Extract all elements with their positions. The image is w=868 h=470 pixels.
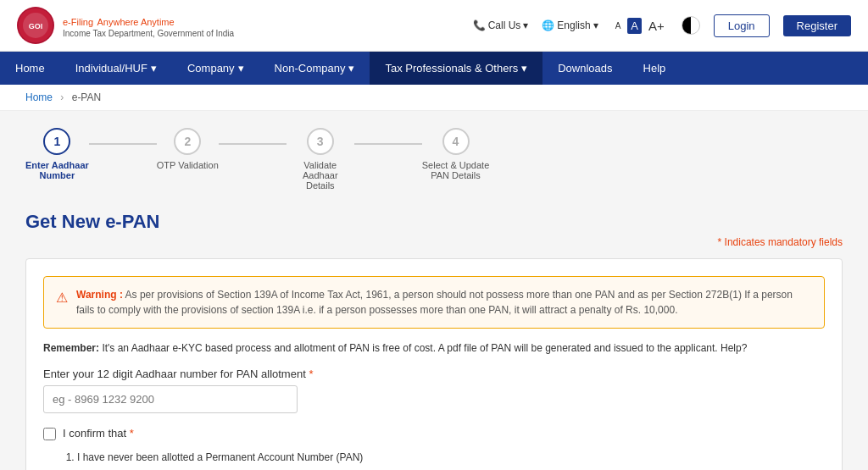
nav-help[interactable]: Help bbox=[628, 52, 682, 85]
step-3-circle: 3 bbox=[307, 128, 334, 155]
nav-downloads[interactable]: Downloads bbox=[542, 52, 627, 85]
list-item: My active mobile number is linked with A… bbox=[77, 467, 825, 470]
connector-1-2 bbox=[89, 143, 157, 145]
chevron-down-icon: ▾ bbox=[151, 62, 157, 75]
step-1-circle: 1 bbox=[43, 128, 70, 155]
font-large-btn[interactable]: A+ bbox=[645, 17, 668, 35]
list-item: I have never been allotted a Permanent A… bbox=[77, 449, 825, 467]
logo-emblem: GOI bbox=[17, 7, 54, 44]
confirm-checkbox-row: I confirm that * bbox=[43, 427, 825, 440]
language-selector[interactable]: 🌐 English ▾ bbox=[542, 19, 598, 31]
main-content: 1 Enter AadhaarNumber 2 OTP Validation 3… bbox=[0, 111, 868, 470]
mandatory-note: * Indicates mandatory fields bbox=[25, 236, 843, 248]
form-card: ⚠ Warning : As per provisions of Section… bbox=[25, 258, 843, 470]
header-right: 📞 Call Us ▾ 🌐 English ▾ A A A+ Login Reg… bbox=[473, 14, 851, 37]
step-1: 1 Enter AadhaarNumber bbox=[25, 128, 89, 180]
nav-tax-professionals[interactable]: Tax Professionals & Others ▾ bbox=[370, 52, 542, 85]
svg-text:GOI: GOI bbox=[29, 22, 43, 30]
aadhaar-label: Enter your 12 digit Aadhaar number for P… bbox=[43, 368, 825, 380]
warning-text: Warning : As per provisions of Section 1… bbox=[76, 287, 812, 318]
breadcrumb: Home › e-PAN bbox=[0, 85, 868, 111]
step-2: 2 OTP Validation bbox=[157, 128, 219, 170]
register-button[interactable]: Register bbox=[783, 15, 851, 36]
step-3-label: Validate AadhaarDetails bbox=[287, 160, 354, 191]
font-small-btn[interactable]: A bbox=[612, 19, 625, 32]
stepper: 1 Enter AadhaarNumber 2 OTP Validation 3… bbox=[25, 128, 843, 191]
remember-text: Remember: It's an Aadhaar e-KYC based pr… bbox=[43, 340, 825, 356]
chevron-down-icon: ▾ bbox=[523, 19, 528, 31]
breadcrumb-home[interactable]: Home bbox=[25, 91, 53, 103]
step-2-label: OTP Validation bbox=[157, 160, 219, 170]
breadcrumb-current: e-PAN bbox=[72, 91, 101, 103]
logo-area: GOI e-Filing Anywhere Anytime Income Tax… bbox=[17, 7, 234, 44]
confirm-list: I have never been allotted a Permanent A… bbox=[77, 449, 825, 470]
connector-2-3 bbox=[219, 143, 287, 145]
logo-text: e-Filing Anywhere Anytime Income Tax Dep… bbox=[63, 14, 234, 38]
chevron-down-icon: ▾ bbox=[238, 62, 244, 75]
font-controls: A A A+ bbox=[612, 17, 668, 35]
step-1-label: Enter AadhaarNumber bbox=[25, 160, 89, 180]
phone-icon: 📞 bbox=[473, 19, 486, 31]
breadcrumb-separator: › bbox=[60, 91, 64, 103]
chevron-down-icon: ▾ bbox=[521, 62, 527, 75]
warning-icon: ⚠ bbox=[56, 288, 68, 318]
connector-3-4 bbox=[354, 143, 422, 145]
step-2-circle: 2 bbox=[174, 128, 201, 155]
nav-non-company[interactable]: Non-Company ▾ bbox=[259, 52, 370, 85]
warning-box: ⚠ Warning : As per provisions of Section… bbox=[43, 276, 825, 329]
contrast-toggle[interactable] bbox=[682, 16, 700, 35]
call-us-link[interactable]: 📞 Call Us ▾ bbox=[473, 19, 529, 31]
aadhaar-input[interactable] bbox=[43, 385, 298, 413]
page-title: Get New e-PAN bbox=[25, 211, 843, 233]
step-3: 3 Validate AadhaarDetails bbox=[287, 128, 354, 191]
chevron-down-icon: ▾ bbox=[348, 62, 354, 75]
nav-individual-huf[interactable]: Individual/HUF ▾ bbox=[60, 52, 172, 85]
step-4-label: Select & UpdatePAN Details bbox=[422, 160, 490, 180]
main-nav: Home Individual/HUF ▾ Company ▾ Non-Comp… bbox=[0, 52, 868, 85]
login-button[interactable]: Login bbox=[714, 14, 770, 37]
font-medium-btn[interactable]: A bbox=[627, 18, 642, 34]
nav-home[interactable]: Home bbox=[0, 52, 60, 85]
confirm-checkbox[interactable] bbox=[43, 428, 56, 440]
chevron-down-icon: ▾ bbox=[593, 19, 598, 31]
globe-icon: 🌐 bbox=[542, 19, 554, 31]
step-4-circle: 4 bbox=[442, 128, 470, 155]
top-header: GOI e-Filing Anywhere Anytime Income Tax… bbox=[0, 0, 868, 52]
step-4: 4 Select & UpdatePAN Details bbox=[422, 128, 490, 180]
nav-company[interactable]: Company ▾ bbox=[172, 52, 259, 85]
